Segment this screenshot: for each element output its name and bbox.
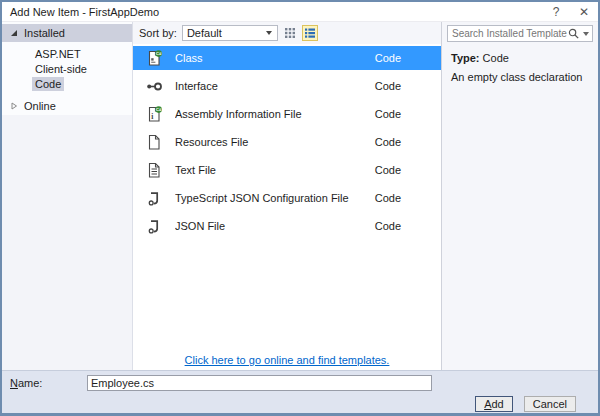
template-category: Code: [375, 164, 401, 176]
small-icons-view-button[interactable]: [282, 25, 298, 41]
template-category: Code: [375, 52, 401, 64]
template-row-interface[interactable]: Interface Code: [133, 74, 441, 98]
interface-icon: [145, 77, 163, 95]
template-description: An empty class declaration: [451, 71, 593, 83]
template-category: Code: [375, 108, 401, 120]
assembly-info-icon: [145, 105, 163, 123]
list-view-button[interactable]: [302, 25, 318, 41]
search-box[interactable]: [447, 25, 593, 42]
template-row-json-file[interactable]: JSON File Code: [133, 214, 441, 238]
list-view-icon: [304, 27, 316, 39]
cancel-button[interactable]: Cancel: [524, 396, 576, 412]
category-sidebar: Installed ASP.NETClient-sideCode Online: [2, 22, 133, 370]
sort-by-dropdown[interactable]: Default: [182, 25, 278, 41]
sidebar-node-installed[interactable]: Installed: [2, 24, 132, 42]
template-row-resources-file[interactable]: Resources File Code: [133, 130, 441, 154]
template-name: Class: [175, 52, 375, 64]
add-new-item-dialog: Add New Item - FirstAppDemo ? ✕ Installe…: [0, 0, 600, 416]
title-bar: Add New Item - FirstAppDemo ? ✕: [2, 2, 598, 22]
template-row-class[interactable]: Class Code: [133, 46, 441, 70]
template-category: Code: [375, 80, 401, 92]
sidebar-node-online[interactable]: Online: [2, 97, 132, 115]
sidebar-node-label: Online: [24, 100, 56, 112]
add-button[interactable]: Add: [475, 396, 513, 412]
sort-by-value: Default: [187, 27, 266, 39]
sidebar-installed-children: ASP.NETClient-sideCode: [2, 42, 132, 94]
dialog-title: Add New Item - FirstAppDemo: [10, 6, 542, 18]
template-row-text-file[interactable]: Text File Code: [133, 158, 441, 182]
template-name: TypeScript JSON Configuration File: [175, 192, 375, 204]
small-icons-view-icon: [284, 27, 296, 39]
sidebar-item-asp-net[interactable]: ASP.NET: [32, 47, 84, 61]
type-value: Code: [483, 52, 509, 64]
dialog-content: Installed ASP.NETClient-sideCode Online …: [2, 22, 598, 370]
json-file-icon: [145, 189, 163, 207]
template-name: JSON File: [175, 220, 375, 232]
footer-buttons: Add Cancel: [475, 396, 576, 412]
resources-file-icon: [145, 133, 163, 151]
template-list: Class Code Interface Code Assembly Infor…: [133, 44, 441, 370]
class-icon: [145, 49, 163, 67]
text-file-icon: [145, 161, 163, 179]
template-category: Code: [375, 136, 401, 148]
template-name: Text File: [175, 164, 375, 176]
search-input[interactable]: [452, 28, 567, 39]
dialog-footer: Name: Add Cancel: [2, 370, 598, 413]
template-row-typescript-json-configuration-file[interactable]: TypeScript JSON Configuration File Code: [133, 186, 441, 210]
file-name-input[interactable]: [87, 375, 432, 391]
collapsed-triangle-icon: [10, 102, 18, 110]
close-button[interactable]: ✕: [570, 2, 598, 21]
sort-toolbar: Sort by: Default: [133, 22, 441, 44]
sidebar-node-label: Installed: [24, 27, 65, 39]
template-row-assembly-information-file[interactable]: Assembly Information File Code: [133, 102, 441, 126]
go-online-link[interactable]: Click here to go online and find templat…: [185, 354, 390, 366]
template-name: Assembly Information File: [175, 108, 375, 120]
template-name: Resources File: [175, 136, 375, 148]
name-label: Name:: [10, 377, 42, 389]
template-category: Code: [375, 220, 401, 232]
sidebar-item-code[interactable]: Code: [32, 77, 64, 91]
online-link-row: Click here to go online and find templat…: [133, 354, 441, 366]
json-file-icon: [145, 217, 163, 235]
search-scope-chevron-icon: [583, 32, 589, 36]
type-label: Type:: [451, 52, 480, 64]
template-panel: Sort by: Default Class Code: [133, 22, 441, 370]
search-icon: [567, 27, 580, 40]
expanded-triangle-icon: [10, 29, 18, 37]
sidebar-item-client-side[interactable]: Client-side: [32, 62, 90, 76]
template-type-row: Type: Code: [451, 52, 593, 64]
template-category: Code: [375, 192, 401, 204]
sort-by-label: Sort by:: [139, 27, 177, 39]
template-name: Interface: [175, 80, 375, 92]
sidebar-empty-area: [2, 115, 132, 370]
details-panel: Type: Code An empty class declaration: [441, 22, 598, 370]
chevron-down-icon: [266, 31, 272, 35]
help-button[interactable]: ?: [542, 2, 570, 21]
